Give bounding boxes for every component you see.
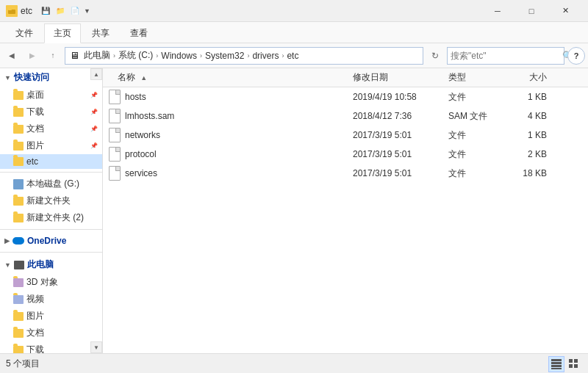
file-date-hosts: 2019/4/19 10:58 bbox=[353, 92, 448, 102]
file-icon-networks bbox=[109, 128, 121, 142]
file-icon-hosts bbox=[109, 90, 121, 104]
sidebar-item-new-folder-2[interactable]: 新建文件夹 (2) bbox=[0, 209, 102, 226]
sidebar-item-doc[interactable]: 文档 bbox=[0, 325, 102, 341]
file-date-lmhosts: 2018/4/12 7:36 bbox=[353, 111, 448, 121]
table-row[interactable]: protocol 2017/3/19 5:01 文件 2 KB bbox=[103, 145, 588, 164]
computer-icon: 🖥 bbox=[70, 50, 79, 61]
ribbon-tabs: 文件 主页 共享 查看 bbox=[0, 22, 588, 43]
col-size-label: 大小 bbox=[529, 72, 547, 82]
path-segment-c[interactable]: 系统 (C:) bbox=[117, 49, 154, 62]
address-bar: ◀ ▶ ↑ 🖥 此电脑 › 系统 (C:) › Windows › System… bbox=[0, 43, 588, 68]
path-segment-etc[interactable]: etc bbox=[285, 51, 300, 61]
path-segment-drivers[interactable]: drivers bbox=[251, 51, 280, 61]
up-button[interactable]: ↑ bbox=[44, 47, 62, 65]
large-icons-view-button[interactable] bbox=[566, 356, 582, 372]
sidebar-item-etc[interactable]: etc bbox=[0, 154, 102, 169]
downloads-folder-icon bbox=[13, 108, 24, 117]
sidebar-item-3d[interactable]: 3D 对象 bbox=[0, 274, 102, 291]
sidebar-scroll-down[interactable]: ▼ bbox=[90, 341, 102, 353]
desktop-folder-icon bbox=[13, 91, 24, 100]
file-icon-area-protocol: protocol bbox=[103, 147, 353, 162]
path-arrow-2: › bbox=[156, 52, 158, 59]
path-arrow-5: › bbox=[282, 52, 284, 59]
tab-home[interactable]: 主页 bbox=[44, 23, 81, 43]
forward-button[interactable]: ▶ bbox=[24, 47, 41, 65]
sidebar-divider-1 bbox=[0, 172, 102, 173]
thispc-icon bbox=[14, 261, 24, 269]
toolbar-dropdown-icon[interactable]: ▼ bbox=[84, 7, 90, 15]
svg-rect-5 bbox=[551, 368, 562, 369]
search-box: 🔍 bbox=[447, 47, 564, 65]
sidebar-section-quick-access[interactable]: ▼ 快速访问 bbox=[0, 68, 102, 87]
sidebar-item-pic[interactable]: 图片 bbox=[0, 308, 102, 325]
svg-rect-6 bbox=[569, 359, 573, 363]
minimize-button[interactable]: ─ bbox=[481, 0, 514, 22]
refresh-button[interactable]: ↻ bbox=[426, 47, 444, 65]
sidebar-section-thispc[interactable]: ▼ 此电脑 bbox=[0, 256, 102, 274]
svg-rect-7 bbox=[574, 359, 578, 363]
help-button[interactable]: ? bbox=[567, 47, 585, 65]
thispc-chevron: ▼ bbox=[4, 261, 11, 269]
col-header-size[interactable]: 大小 bbox=[507, 71, 559, 84]
sidebar-item-desktop-label: 桌面 bbox=[26, 89, 44, 101]
col-header-type[interactable]: 类型 bbox=[448, 71, 507, 84]
sidebar-item-drive-g-label: 本地磁盘 (G:) bbox=[26, 178, 79, 190]
sidebar-item-new-folder-1[interactable]: 新建文件夹 bbox=[0, 192, 102, 209]
sidebar-section-onedrive[interactable]: ▶ OneDrive bbox=[0, 233, 102, 249]
file-icon-area-services: services bbox=[103, 166, 353, 181]
sidebar-scroll-up[interactable]: ▲ bbox=[90, 68, 102, 80]
path-segment-system32[interactable]: System32 bbox=[204, 51, 245, 61]
file-list-content: hosts 2019/4/19 10:58 文件 1 KB lmhosts.sa… bbox=[103, 87, 588, 353]
tab-share[interactable]: 共享 bbox=[82, 23, 119, 43]
svg-rect-2 bbox=[551, 359, 562, 361]
file-size-services: 18 KB bbox=[507, 168, 559, 178]
file-date-protocol: 2017/3/19 5:01 bbox=[353, 149, 448, 159]
sidebar-item-docs[interactable]: 文档 📌 bbox=[0, 120, 102, 137]
dl-folder-icon bbox=[13, 346, 24, 354]
table-row[interactable]: services 2017/3/19 5:01 文件 18 KB bbox=[103, 164, 588, 183]
sidebar-item-downloads-label: 下载 bbox=[26, 106, 44, 118]
svg-rect-9 bbox=[574, 364, 578, 368]
file-size-protocol: 2 KB bbox=[507, 149, 559, 159]
sidebar-item-video[interactable]: 视频 bbox=[0, 291, 102, 308]
col-header-name[interactable]: 名称 ▲ bbox=[103, 71, 353, 84]
sidebar-item-pictures[interactable]: 图片 📌 bbox=[0, 137, 102, 154]
docs-folder-icon bbox=[13, 125, 24, 134]
title-controls: ─ □ ✕ bbox=[481, 0, 582, 22]
title-bar: etc 💾 📁 📄 ▼ ─ □ ✕ bbox=[0, 0, 588, 22]
tab-file[interactable]: 文件 bbox=[6, 23, 43, 43]
maximize-button[interactable]: □ bbox=[514, 0, 548, 22]
sidebar-item-drive-g[interactable]: 本地磁盘 (G:) bbox=[0, 175, 102, 192]
folder-title-icon bbox=[6, 5, 18, 17]
sidebar-item-desktop[interactable]: 桌面 📌 bbox=[0, 87, 102, 104]
path-segment-pc[interactable]: 此电脑 bbox=[82, 49, 112, 62]
title-text: etc bbox=[21, 6, 32, 16]
col-header-date[interactable]: 修改日期 bbox=[353, 71, 448, 84]
file-type-services: 文件 bbox=[448, 167, 507, 180]
sidebar: ▲ ▼ 快速访问 桌面 📌 下载 📌 文档 📌 图片 📌 etc bbox=[0, 68, 103, 353]
svg-rect-3 bbox=[551, 362, 562, 364]
sidebar-item-downloads[interactable]: 下载 📌 bbox=[0, 104, 102, 120]
3d-folder-icon bbox=[13, 278, 24, 287]
path-arrow-1: › bbox=[113, 52, 115, 59]
table-row[interactable]: networks 2017/3/19 5:01 文件 1 KB bbox=[103, 126, 588, 145]
table-row[interactable]: lmhosts.sam 2018/4/12 7:36 SAM 文件 4 KB bbox=[103, 106, 588, 126]
file-list-header: 名称 ▲ 修改日期 类型 大小 bbox=[103, 68, 588, 87]
new-folder-2-icon bbox=[13, 214, 24, 222]
file-type-networks: 文件 bbox=[448, 129, 507, 142]
toolbar-folder-icon[interactable]: 📁 bbox=[56, 7, 65, 15]
toolbar-new-icon[interactable]: 📄 bbox=[71, 7, 79, 15]
close-button[interactable]: ✕ bbox=[548, 0, 582, 22]
sidebar-item-dl[interactable]: 下载 bbox=[0, 341, 102, 353]
search-input[interactable] bbox=[451, 51, 561, 61]
file-size-lmhosts: 4 KB bbox=[507, 111, 559, 121]
path-segment-windows[interactable]: Windows bbox=[159, 51, 198, 61]
back-button[interactable]: ◀ bbox=[3, 47, 21, 65]
item-count: 5 个项目 bbox=[6, 358, 40, 370]
sidebar-item-new-folder-2-label: 新建文件夹 (2) bbox=[26, 211, 84, 224]
tab-view[interactable]: 查看 bbox=[121, 23, 157, 43]
file-date-networks: 2017/3/19 5:01 bbox=[353, 130, 448, 140]
table-row[interactable]: hosts 2019/4/19 10:58 文件 1 KB bbox=[103, 87, 588, 106]
details-view-button[interactable] bbox=[548, 356, 564, 372]
toolbar-save-icon[interactable]: 💾 bbox=[41, 7, 50, 15]
